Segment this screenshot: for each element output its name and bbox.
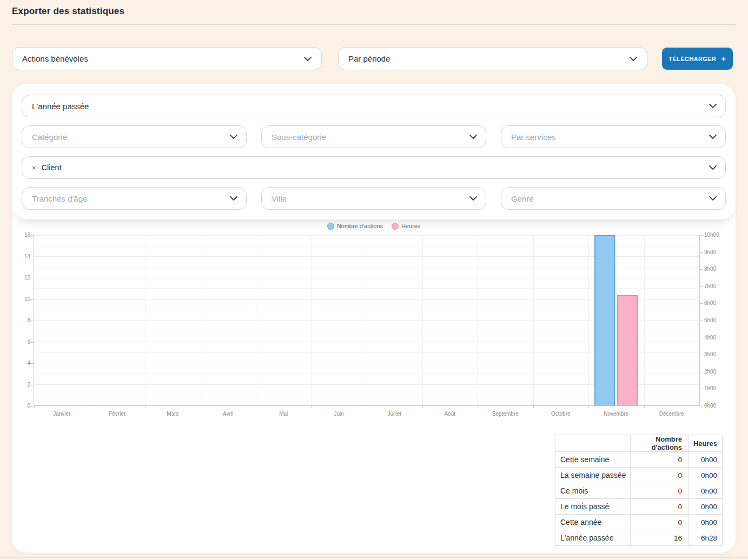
period-select[interactable]: L'année passée [22, 95, 726, 117]
actions-bar [594, 235, 615, 405]
plus-icon: + [721, 55, 726, 63]
y-axis-label: 2 [13, 382, 30, 388]
y2-axis-tick [700, 355, 703, 355]
row-heures-value: 0h00 [689, 452, 723, 468]
category-select[interactable]: Catégorie [22, 125, 247, 148]
y2-axis-tick [700, 286, 703, 287]
chevron-down-icon [630, 57, 637, 61]
header-actions: Nombre d'actions [631, 435, 689, 452]
plot-area: JanvierFévrierMarsAvrilMaiJuinJuilletAoû… [34, 235, 700, 406]
gender-select[interactable]: Genre [501, 187, 726, 210]
x-axis-tick [90, 405, 90, 408]
export-type-select[interactable]: Actions bénévoles [12, 47, 322, 70]
x-axis-tick [201, 405, 201, 408]
table-header-row: Nombre d'actions Heures [555, 435, 723, 452]
row-heures-value: 0h00 [689, 468, 723, 483]
chevron-down-icon [709, 196, 717, 201]
y2-axis-tick [700, 252, 703, 253]
age-select[interactable]: Tranches d'âge [22, 187, 247, 210]
x-axis-label: Avril [201, 411, 256, 417]
actions-legend-label: Nombre d'actions [337, 223, 383, 229]
city-placeholder: Ville [272, 194, 287, 203]
group-by-value: Par période [348, 54, 390, 63]
y-axis-tick [30, 278, 34, 278]
chevron-down-icon [469, 135, 477, 139]
y2-axis-label: 7h00 [704, 283, 730, 289]
y-axis-label: 16 [13, 232, 30, 238]
chart-section: Nombre d'actions Heures JanvierFévrierMa… [12, 221, 736, 430]
x-axis-label: Mai [256, 411, 312, 417]
y-axis-tick [30, 363, 34, 364]
chevron-down-icon [230, 196, 237, 201]
gridline-vertical [478, 235, 478, 405]
beneficiary-select[interactable]: × Client [22, 156, 726, 179]
x-axis-label: Février [90, 411, 145, 417]
y2-axis-label: 6h00 [704, 300, 730, 306]
row-heures-value: 0h00 [689, 515, 723, 530]
y-axis-tick [30, 385, 34, 385]
gridline-vertical [312, 235, 312, 405]
y2-axis-label: 9h00 [704, 249, 730, 255]
services-select[interactable]: Par services [501, 125, 726, 148]
client-chip-label: Client [42, 163, 62, 172]
heures-legend-label: Heures [401, 223, 420, 229]
y-axis-label: 10 [13, 296, 30, 302]
heures-legend-dot [392, 223, 399, 230]
y-axis-tick [30, 406, 34, 406]
row-label: Le mois passé [555, 499, 631, 515]
x-axis-tick [422, 405, 423, 408]
y2-axis-tick [700, 389, 703, 389]
y-axis-tick [30, 342, 34, 343]
y2-axis-label: 4h00 [704, 335, 730, 341]
download-button[interactable]: TÉLÉCHARGER + [662, 48, 733, 70]
page-title: Exporter des statistiques [12, 6, 124, 17]
x-axis-tick [478, 405, 478, 408]
x-axis-tick [256, 405, 256, 408]
x-axis-label: Octobre [533, 411, 589, 417]
y2-axis-label: 0h00 [704, 403, 730, 409]
header-divider [12, 24, 736, 25]
chevron-down-icon [709, 135, 717, 139]
city-select[interactable]: Ville [261, 187, 486, 210]
group-by-select[interactable]: Par période [338, 47, 647, 70]
x-axis-tick [312, 405, 312, 408]
row-heures-value: 6h28 [689, 530, 723, 546]
chevron-down-icon [230, 135, 237, 139]
gridline-vertical [533, 235, 534, 405]
gridline-vertical [422, 235, 423, 405]
gridline-vertical [367, 235, 367, 405]
y2-axis-label: 3h00 [704, 351, 730, 357]
gender-placeholder: Genre [511, 194, 534, 203]
legend-item-actions: Nombre d'actions [327, 223, 383, 230]
y-axis-tick [30, 235, 34, 236]
y2-axis-tick [700, 269, 703, 270]
row-heures-value: 0h00 [689, 483, 723, 499]
row-label: Ce mois [555, 483, 631, 499]
x-axis-tick [34, 405, 35, 408]
y2-axis-tick [700, 303, 703, 304]
category-placeholder: Catégorie [32, 132, 67, 142]
age-placeholder: Tranches d'âge [32, 194, 87, 203]
row-label: Cette semaine [555, 452, 631, 468]
chevron-down-icon [469, 196, 477, 201]
period-value: L'année passée [32, 102, 89, 111]
row-actions-value: 0 [631, 515, 689, 530]
x-axis-tick [533, 405, 534, 408]
row-actions-value: 0 [631, 452, 689, 468]
subcategory-select[interactable]: Sous-catégorie [261, 125, 486, 148]
table-row: Le mois passé00h00 [555, 499, 723, 515]
gridline-vertical [201, 235, 201, 405]
row-actions-value: 16 [631, 530, 689, 546]
y2-axis-label: 5h00 [704, 317, 730, 323]
services-placeholder: Par services [511, 132, 556, 142]
y-axis-label: 0 [13, 403, 30, 409]
x-axis-label: Juillet [367, 411, 422, 417]
y-axis-label: 4 [13, 360, 30, 366]
y-axis-label: 8 [13, 317, 30, 323]
chart-legend: Nombre d'actions Heures [12, 221, 736, 231]
table-row: Ce mois00h00 [555, 483, 723, 499]
export-type-value: Actions bénévoles [22, 54, 88, 63]
bar-chart: JanvierFévrierMarsAvrilMaiJuinJuilletAoû… [12, 235, 736, 430]
x-axis-label: Décembre [644, 411, 700, 417]
remove-chip-icon[interactable]: × [32, 164, 36, 171]
